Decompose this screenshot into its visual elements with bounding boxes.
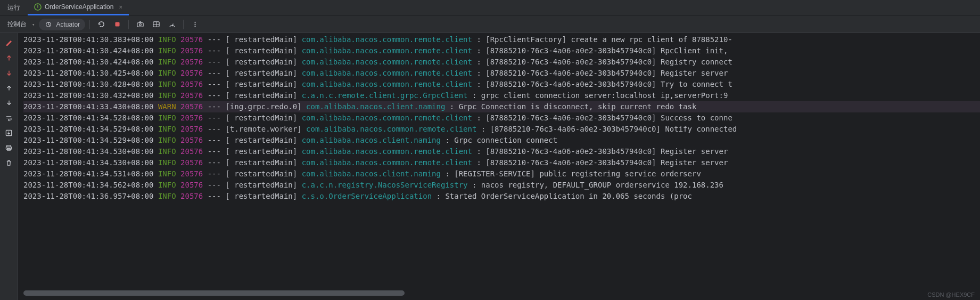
screenshot-button[interactable]	[133, 18, 147, 31]
separator	[183, 20, 184, 29]
log-pid: 20576	[180, 102, 203, 111]
log-line: 2023-11-28T00:41:36.957+08:00 INFO 20576…	[23, 191, 980, 202]
log-separator: ---	[208, 46, 221, 55]
log-line: 2023-11-28T00:41:34.529+08:00 INFO 20576…	[23, 124, 980, 135]
log-level: INFO	[158, 80, 176, 88]
up-arrow-button[interactable]	[2, 51, 16, 65]
console-tab[interactable]: 控制台	[4, 20, 30, 29]
down-arrow-button[interactable]	[2, 66, 16, 80]
log-message: : [87885210-76c3-4a06-a0e2-303b457940c0]…	[476, 80, 732, 88]
log-line: 2023-11-28T00:41:34.528+08:00 INFO 20576…	[23, 112, 980, 124]
log-line: 2023-11-28T00:41:30.383+08:00 INFO 20576…	[23, 34, 980, 45]
console-output[interactable]: 2023-11-28T00:41:30.383+08:00 INFO 20576…	[18, 33, 980, 300]
log-logger: c.a.n.c.remote.client.grpc.GrpcClient	[302, 91, 472, 100]
log-pid: 20576	[180, 181, 203, 189]
log-pid: 20576	[180, 147, 203, 156]
log-separator: ---	[208, 136, 221, 144]
chevron-down-icon[interactable]: ▾	[32, 22, 37, 27]
log-timestamp: 2023-11-28T00:41:34.530+08:00	[23, 158, 153, 167]
horizontal-scrollbar[interactable]	[23, 290, 976, 296]
log-logger: com.alibaba.nacos.common.remote.client	[302, 158, 477, 167]
log-level: INFO	[158, 136, 176, 144]
log-separator: ---	[208, 125, 221, 133]
log-message: : [87885210-76c3-4a06-a0e2-303b457940c0]…	[476, 69, 728, 77]
log-line: 2023-11-28T00:41:30.424+08:00 INFO 20576…	[23, 45, 980, 56]
print-button[interactable]	[2, 141, 16, 155]
log-thread: [ restartedMain]	[225, 58, 297, 66]
log-line: 2023-11-28T00:41:34.531+08:00 INFO 20576…	[23, 168, 980, 180]
log-logger: c.s.o.OrderServiceApplication	[302, 192, 437, 200]
scroll-to-end-button[interactable]	[2, 126, 16, 140]
scroll-bottom-button[interactable]	[2, 96, 16, 110]
log-thread: [ restartedMain]	[225, 169, 297, 178]
log-level: INFO	[158, 192, 176, 200]
run-tab[interactable]: 运行	[0, 0, 28, 15]
log-message: : [87885210-76c3-4a06-a0e2-303b457940c0]…	[476, 113, 732, 122]
log-message: : [87885210-76c3-4a06-a0e2-303b457940c0]…	[476, 58, 732, 66]
log-pid: 20576	[180, 91, 203, 100]
svg-point-4	[139, 24, 141, 26]
log-logger: com.alibaba.nacos.common.remote.client	[302, 147, 477, 156]
log-pid: 20576	[180, 58, 203, 66]
edit-button[interactable]	[2, 36, 16, 50]
svg-rect-3	[137, 23, 143, 27]
log-message: : [87885210-76c3-4a06-a0e2-303b457940c0]…	[476, 46, 728, 55]
log-level: INFO	[158, 58, 176, 66]
log-level: INFO	[158, 169, 176, 178]
console-sidebar	[0, 33, 18, 300]
layout-button[interactable]	[149, 18, 163, 31]
console-toolbar: 控制台 ▾ Actuator	[0, 16, 980, 33]
stop-button[interactable]	[110, 18, 124, 31]
log-logger: com.alibaba.nacos.common.remote.client	[302, 58, 477, 66]
log-pid: 20576	[180, 192, 203, 200]
log-separator: ---	[208, 169, 221, 178]
log-separator: ---	[208, 35, 221, 44]
log-logger: com.alibaba.nacos.client.naming	[302, 136, 446, 144]
log-separator: ---	[208, 113, 221, 122]
log-separator: ---	[208, 91, 221, 100]
log-line: 2023-11-28T00:41:33.430+08:00 WARN 20576…	[23, 101, 980, 112]
application-tab[interactable]: OrderServiceApplication ×	[28, 0, 129, 15]
log-logger: com.alibaba.nacos.common.remote.client	[302, 113, 477, 122]
log-thread: [t.remote.worker]	[225, 125, 301, 133]
soft-wrap-button[interactable]	[2, 111, 16, 125]
log-level: INFO	[158, 147, 176, 156]
log-level: WARN	[158, 102, 176, 111]
log-thread: [ restartedMain]	[225, 136, 297, 144]
log-message: : [REGISTER-SERVICE] public registering …	[445, 169, 701, 178]
log-separator: ---	[208, 69, 221, 77]
more-button[interactable]	[188, 18, 202, 31]
log-message: : Started OrderServiceApplication in 20.…	[437, 192, 692, 200]
close-icon[interactable]: ×	[119, 4, 122, 10]
watermark: CSDN @HEX9CF	[927, 291, 975, 298]
actuator-pill[interactable]: Actuator	[39, 19, 85, 30]
separator	[89, 20, 90, 29]
log-message: : [87885210-76c3-4a06-a0e2-303b457940c0]…	[476, 147, 728, 156]
actuator-icon	[44, 20, 53, 29]
log-thread: [ restartedMain]	[225, 46, 297, 55]
performance-button[interactable]	[165, 18, 179, 31]
log-timestamp: 2023-11-28T00:41:30.424+08:00	[23, 58, 153, 66]
log-level: INFO	[158, 181, 176, 189]
log-message: : [RpcClientFactory] create a new rpc cl…	[476, 35, 732, 44]
log-logger: com.alibaba.nacos.common.remote.client	[302, 80, 477, 88]
log-level: INFO	[158, 46, 176, 55]
log-thread: [ restartedMain]	[225, 147, 297, 156]
log-timestamp: 2023-11-28T00:41:34.530+08:00	[23, 147, 153, 156]
log-separator: ---	[208, 192, 221, 200]
log-thread: [ restartedMain]	[225, 80, 297, 88]
rerun-button[interactable]	[94, 18, 108, 31]
separator	[128, 20, 129, 29]
log-level: INFO	[158, 69, 176, 77]
application-tab-label: OrderServiceApplication	[45, 3, 113, 11]
scroll-top-button[interactable]	[2, 81, 16, 95]
log-pid: 20576	[180, 125, 203, 133]
svg-point-6	[194, 22, 195, 23]
trash-button[interactable]	[2, 156, 16, 169]
log-pid: 20576	[180, 113, 203, 122]
scrollbar-thumb[interactable]	[23, 290, 405, 296]
log-thread: [ restartedMain]	[225, 35, 297, 44]
run-tabbar: 运行 OrderServiceApplication ×	[0, 0, 980, 16]
log-level: INFO	[158, 113, 176, 122]
log-message: : [87885210-76c3-4a06-a0e2-303b457940c0]…	[476, 158, 728, 167]
